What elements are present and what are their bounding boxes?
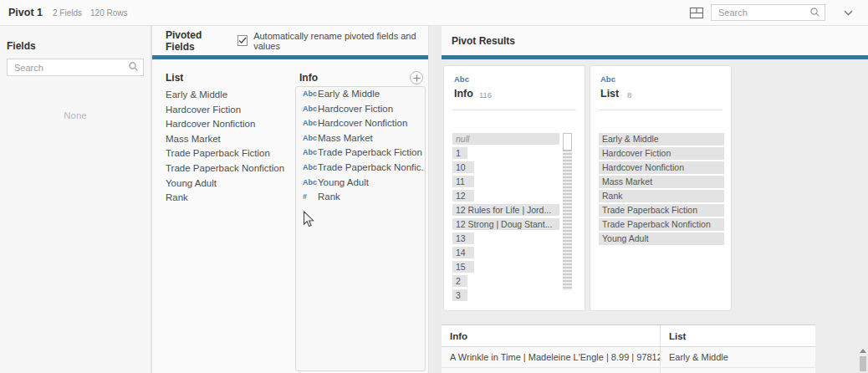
fields-count: 2 Fields [53, 8, 82, 18]
grid-header-info[interactable]: Info [442, 325, 661, 346]
pivoted-info-dropzone: Abc Early & Middle Abc Hardcover Fiction… [295, 86, 426, 371]
pivoted-list-item[interactable]: Early & Middle [166, 88, 291, 103]
auto-rename-label: Automatically rename pivoted fields and … [253, 31, 428, 51]
pivoted-list-item[interactable]: Young Adult [166, 176, 291, 192]
fields-empty-state: None [0, 110, 151, 120]
field-type-icon: Abc [303, 102, 318, 117]
value-pill[interactable]: null [452, 133, 559, 145]
pivoted-list-values: Early & Middle Hardcover Fiction Hardcov… [166, 88, 291, 206]
global-search [711, 4, 825, 21]
fields-panel: Fields None [0, 26, 151, 373]
scrollbar-thumb[interactable] [860, 356, 866, 371]
layout-toggle-icon[interactable] [689, 7, 704, 19]
add-field-button[interactable] [410, 71, 423, 84]
value-pill[interactable]: Trade Paperback Fiction [599, 204, 724, 217]
pivoted-info-label: Hardcover Fiction [318, 102, 393, 117]
info-value-list: null 1 10 11 12 12 Rules for Life | Jord… [452, 133, 563, 304]
value-pill[interactable]: Young Adult [599, 232, 724, 245]
value-pill[interactable]: Hardcover Fiction [599, 147, 724, 160]
value-pill[interactable]: Mass Market [599, 176, 724, 188]
grid-scrollbar[interactable] [858, 347, 868, 373]
pivoted-info-item[interactable]: Abc Hardcover Fiction [296, 102, 425, 117]
grid-cell-list: Hardcover Fiction [661, 368, 815, 373]
grid-cell-list: Early & Middle [661, 347, 815, 367]
pivoted-info-item[interactable]: Abc Mass Market [296, 131, 425, 146]
pivoted-list-item[interactable]: Hardcover Fiction [166, 103, 291, 118]
field-name: List [600, 88, 619, 100]
accent-bar [442, 55, 868, 59]
pivoted-info-label: Young Adult [318, 176, 369, 191]
pivoted-fields-header: Pivoted Fields Automatically rename pivo… [152, 26, 428, 55]
auto-rename-checkbox[interactable] [237, 35, 248, 46]
field-type-icon: Abc [600, 74, 615, 84]
accent-bar [152, 55, 428, 59]
field-type-icon: Abc [303, 87, 318, 102]
profile-card-info: Abc Info 116 null 1 10 11 12 12 Rules fo… [443, 65, 585, 311]
pivoted-info-label: Trade Paperback Nonfic... [318, 161, 425, 176]
grid-cell-info: Little Fires Everywhere | Celeste Ng | 2… [442, 368, 661, 373]
value-pill[interactable]: 11 [452, 176, 474, 187]
field-type-icon: Abc [303, 161, 318, 176]
field-name: Info [454, 88, 473, 100]
fields-search [7, 59, 144, 76]
results-data-grid: Info List A Wrinkle in Time | Madeleine … [442, 324, 815, 373]
pivoted-info-item[interactable]: Abc Early & Middle [296, 87, 425, 102]
value-pill[interactable]: 13 [452, 232, 474, 244]
value-pill[interactable]: Hardcover Nonfiction [599, 161, 724, 174]
field-distinct-count: 116 [479, 90, 492, 100]
card-scrollbar[interactable] [563, 133, 572, 290]
value-pill[interactable]: 14 [452, 247, 474, 258]
grid-row[interactable]: Little Fires Everywhere | Celeste Ng | 2… [442, 368, 815, 373]
value-pill[interactable]: 2 [452, 275, 467, 287]
step-title: Pivot 1 [8, 7, 43, 18]
collapse-chevron-icon[interactable] [844, 10, 853, 16]
pivoted-info-item[interactable]: Abc Trade Paperback Nonfic... [296, 161, 425, 176]
grid-header-row: Info List [442, 325, 815, 347]
field-type-icon: Abc [454, 74, 469, 84]
pivot-results-panel: Pivot Results Abc Info 116 null 1 10 11 … [442, 26, 868, 373]
pivoted-info-item[interactable]: # Rank [296, 190, 425, 205]
pivoted-info-item[interactable]: Abc Young Adult [296, 176, 425, 191]
profile-card-list: Abc List 8 Early & Middle Hardcover Fict… [590, 65, 732, 311]
value-pill[interactable]: Trade Paperback Nonfiction [599, 218, 724, 231]
card-divider [452, 110, 576, 110]
scrollbar-thumb[interactable] [563, 133, 572, 151]
pivoted-info-label: Trade Paperback Fiction [318, 146, 422, 161]
value-pill[interactable]: Rank [599, 190, 724, 202]
value-pill[interactable]: Early & Middle [599, 133, 724, 146]
search-icon [809, 7, 820, 20]
search-icon [128, 61, 139, 74]
rows-count: 120 Rows [90, 8, 127, 18]
pivoted-list-item[interactable]: Hardcover Nonfiction [166, 117, 291, 132]
value-pill[interactable]: 3 [452, 289, 467, 301]
pivoted-fields-panel: Pivoted Fields Automatically rename pivo… [151, 26, 429, 373]
card-divider [599, 110, 722, 110]
value-pill[interactable]: 12 [452, 190, 474, 202]
field-type-icon: Abc [303, 176, 318, 191]
field-type-icon: Abc [303, 116, 318, 131]
grid-header-list[interactable]: List [661, 325, 815, 346]
pivoted-info-label: Hardcover Nonfiction [318, 116, 407, 131]
grid-row[interactable]: A Wrinkle in Time | Madeleine L'Engle | … [442, 347, 815, 368]
pivot-results-title: Pivot Results [452, 35, 515, 47]
pivoted-list-item[interactable]: Mass Market [166, 132, 291, 147]
field-type-icon: Abc [303, 146, 318, 161]
pivoted-list-item[interactable]: Trade Paperback Nonfiction [166, 161, 291, 176]
scrollbar-up-arrow[interactable] [860, 349, 866, 353]
pivoted-info-label: Early & Middle [318, 87, 380, 102]
fields-search-input[interactable] [7, 59, 144, 76]
value-pill[interactable]: 10 [452, 161, 474, 173]
value-pill[interactable]: 12 Strong | Doug Stant... [452, 218, 559, 230]
fields-panel-title: Fields [7, 40, 36, 52]
value-pill[interactable]: 12 Rules for Life | Jord... [452, 204, 559, 216]
list-value-list: Early & Middle Hardcover Fiction Hardcov… [599, 133, 724, 247]
pivoted-info-item[interactable]: Abc Trade Paperback Fiction [296, 146, 425, 161]
pivoted-list-item[interactable]: Trade Paperback Fiction [166, 146, 291, 161]
grid-body: A Wrinkle in Time | Madeleine L'Engle | … [442, 347, 815, 373]
value-pill[interactable]: 15 [452, 261, 474, 273]
pivoted-fields-title: Pivoted Fields [166, 29, 227, 53]
value-pill[interactable]: 1 [452, 147, 467, 159]
pivoted-info-item[interactable]: Abc Hardcover Nonfiction [296, 116, 425, 131]
global-search-input[interactable] [711, 4, 825, 21]
pivoted-list-item[interactable]: Rank [166, 191, 291, 206]
